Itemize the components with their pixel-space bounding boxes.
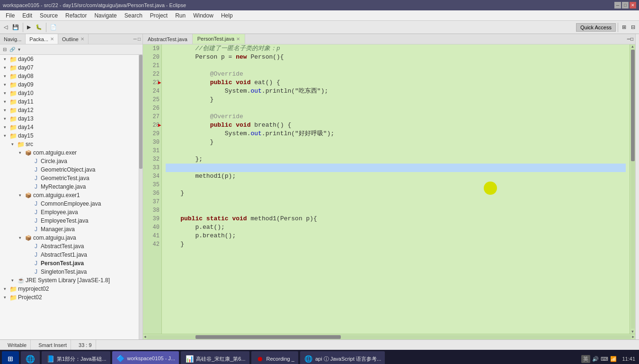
link-editor-btn[interactable]: 🔗 [9,46,16,52]
toolbar-perspectives[interactable]: ⊞ [620,23,628,31]
tree-node[interactable]: ▾📁day14 [0,123,139,131]
start-button[interactable]: ⊞ [2,351,19,364]
code-line[interactable]: Person p = new Person(){ [166,53,626,61]
taskbar-item-recording[interactable]: ⏺ Recording _ [251,351,298,364]
minimize-button[interactable]: ─ [614,2,621,9]
ime-indicator[interactable]: 英 [581,355,590,363]
tree-arrow[interactable]: ▾ [4,125,9,130]
tree-node[interactable]: JEmployee.java [0,208,139,217]
code-line[interactable] [166,104,626,113]
code-line[interactable]: } [166,95,626,104]
menu-item-source[interactable]: Source [36,11,62,20]
taskbar-item-chrome[interactable]: 🌐 [21,351,40,364]
h-scroll-thumb[interactable] [195,335,341,339]
navigator-tab[interactable]: Navig... [0,34,26,44]
tree-arrow[interactable]: ▾ [4,91,9,95]
tree-arrow[interactable]: ▾ [4,57,9,61]
tree-arrow[interactable]: ▾ [11,142,17,147]
tree-arrow[interactable]: ▾ [19,193,25,198]
taskbar-item-ppt[interactable]: 📊 高硅谷_宋红康_第6... [181,351,249,364]
menu-item-project[interactable]: Project [146,11,171,20]
code-line[interactable]: method1(p); [166,172,626,181]
code-lines[interactable]: //创建了一匿名子类的对象：p Person p = new Person(){… [162,44,630,334]
tree-arrow[interactable]: ▾ [19,150,25,155]
tree-node[interactable]: ▾📁day06 [0,55,139,63]
code-line[interactable]: } [166,189,626,198]
package-explorer-tab[interactable]: Packa... ✕ [26,34,58,44]
editor-maximize-btn[interactable]: □ [630,36,633,42]
toolbar-minimize-all[interactable]: ⊟ [629,23,637,31]
tree-node[interactable]: ▾📁myproject02 [0,285,139,293]
tree-node[interactable]: JCommonEmployee.java [0,199,139,208]
code-line[interactable] [166,164,626,172]
tree-arrow[interactable]: ▾ [4,65,9,70]
tree-node[interactable]: JPersonTest.java [0,259,139,268]
menu-item-edit[interactable]: Edit [18,11,36,20]
outline-tab[interactable]: Outline ✕ [58,34,89,44]
tree-node[interactable]: JAbstractTest.java [0,242,139,251]
taskbar-item-java-basics[interactable]: 📘 第1部分：Java基础... [42,351,110,364]
horizontal-scrollbar[interactable]: ◄ ► [143,334,635,339]
code-line[interactable]: ▶ public void eat() { [166,78,626,87]
menu-item-navigate[interactable]: Navigate [90,11,120,20]
taskbar-item-eclipse[interactable]: 🔷 workspace0105 - J... [112,351,179,364]
menu-item-file[interactable]: File [2,11,18,20]
tree-node[interactable]: JGeometricObject.java [0,165,139,174]
editor-minimize-btn[interactable]: ─ [627,36,630,42]
tree-node[interactable]: JMyRectangle.java [0,182,139,191]
tree-view-menu-btn[interactable]: ▾ [17,46,21,52]
tree-node[interactable]: ▾📁day09 [0,80,139,89]
tree-node[interactable]: ▾📁day11 [0,97,139,106]
menu-item-refactor[interactable]: Refactor [62,11,90,20]
tree-arrow[interactable]: ▾ [4,74,9,78]
person-test-tab[interactable]: PersonTest.java ✕ [193,34,245,44]
toolbar-back[interactable]: ◁ [2,23,9,31]
code-line[interactable]: ▶ public void breath() { [166,121,626,130]
h-scroll-right-btn[interactable]: ► [631,335,635,339]
code-line[interactable]: }; [166,155,626,164]
package-tree[interactable]: ▾📁day06▾📁day07▾📁day08▾📁day09▾📁day10▾📁day… [0,55,139,339]
tree-arrow[interactable]: ▾ [4,286,9,291]
scroll-down-btn[interactable]: ▼ [631,329,634,334]
close-button[interactable]: ✕ [630,2,636,9]
person-test-tab-close[interactable]: ✕ [236,36,240,42]
tree-node[interactable]: JSingletonTest.java [0,268,139,276]
tree-node[interactable]: JEmployeeTest.java [0,217,139,225]
tree-arrow[interactable]: ▾ [4,133,9,138]
panel-minimize-btn[interactable]: ─ [133,36,137,42]
code-line[interactable] [166,181,626,189]
tree-arrow[interactable]: ▾ [11,278,17,283]
tree-node[interactable]: ▾📁day13 [0,114,139,123]
code-line[interactable]: public static void method1(Person p){ [166,215,626,223]
tree-node[interactable]: ▾📁src [0,140,139,148]
scroll-track[interactable] [631,50,635,329]
tree-node[interactable]: ▾📁day07 [0,63,139,72]
tree-node[interactable]: JManager.java [0,225,139,234]
menu-item-run[interactable]: Run [171,11,189,20]
code-editor[interactable]: 1920212223242526272829303132333435363738… [143,44,630,334]
tree-node[interactable]: ▾📁Project02 [0,293,139,302]
menu-item-help[interactable]: Help [217,11,237,20]
menu-item-search[interactable]: Search [121,11,146,20]
code-line[interactable] [166,198,626,206]
tree-node[interactable]: JAbstractTest1.java [0,251,139,259]
code-line[interactable]: System.out.println("好好呼吸"); [166,130,626,138]
scroll-up-btn[interactable]: ▲ [631,44,634,49]
code-line[interactable] [166,147,626,155]
code-line[interactable]: p.eat(); [166,223,626,232]
code-line[interactable] [166,206,626,215]
outline-close[interactable]: ✕ [80,36,84,42]
toolbar-debug[interactable]: 🐛 [34,23,44,31]
tree-node[interactable]: ▾📦com.atguigu.exer1 [0,191,139,199]
tree-arrow[interactable]: ▾ [4,116,9,121]
code-line[interactable] [166,61,626,70]
taskbar-item-api[interactable]: 🌐 api ⓘ JavaScript 语言参考... [300,351,385,364]
tree-arrow[interactable]: ▾ [4,295,9,300]
tree-scrollbar[interactable] [139,55,142,339]
menu-item-window[interactable]: Window [189,11,217,20]
tree-arrow[interactable]: ▾ [4,108,9,113]
toolbar-run[interactable]: ▶ [25,23,33,31]
tree-node[interactable]: ▾📁day08 [0,72,139,80]
tree-node[interactable]: JCircle.java [0,157,139,165]
toolbar-save[interactable]: 💾 [10,23,21,31]
